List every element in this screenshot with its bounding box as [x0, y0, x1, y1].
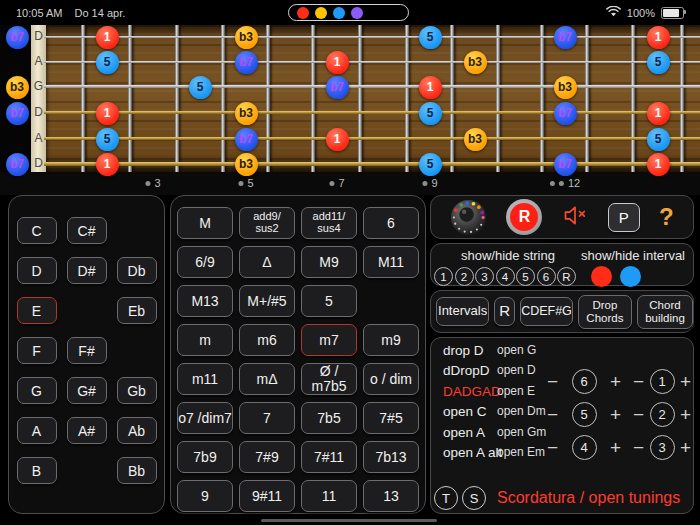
note-marker-b7[interactable]: b7: [554, 26, 577, 49]
chord-type-6/9[interactable]: 6/9: [177, 246, 233, 278]
note-marker-b7[interactable]: b7: [6, 102, 29, 125]
note-marker-5[interactable]: 5: [419, 153, 442, 176]
note-marker-b7[interactable]: b7: [6, 26, 29, 49]
note-marker-b7[interactable]: b7: [326, 76, 349, 99]
root-note-Eb[interactable]: Eb: [117, 297, 157, 324]
mode-button-R[interactable]: R: [494, 297, 515, 326]
palette-dot-3[interactable]: [333, 7, 345, 19]
chord-type-M[interactable]: M: [177, 207, 233, 239]
palette-dot-2[interactable]: [315, 7, 327, 19]
minus-button[interactable]: −: [547, 438, 558, 457]
palette-dot-4[interactable]: [351, 7, 363, 19]
minus-button[interactable]: −: [633, 372, 644, 391]
plus-button[interactable]: +: [680, 405, 691, 424]
chord-type-m11[interactable]: m11: [177, 363, 233, 395]
tuning-open-Em[interactable]: open Em: [497, 445, 545, 460]
note-marker-b3[interactable]: b3: [235, 26, 258, 49]
minus-button[interactable]: −: [633, 405, 644, 424]
tuning-DADGAD[interactable]: DADGAD: [443, 384, 501, 400]
note-marker-b3[interactable]: b3: [235, 102, 258, 125]
note-marker-b3[interactable]: b3: [554, 76, 577, 99]
minus-button[interactable]: −: [547, 405, 558, 424]
string-toggle-6[interactable]: 6: [537, 267, 556, 286]
string-toggle-3[interactable]: 3: [475, 267, 494, 286]
fretboard[interactable]: DAGDAD b71b35b715b71b35b35b71b3b71b35b71…: [0, 25, 700, 172]
chord-type-M9[interactable]: M9: [301, 246, 357, 278]
string-toggle-4[interactable]: 4: [496, 267, 515, 286]
string-toggle-R[interactable]: R: [557, 267, 576, 286]
note-marker-5[interactable]: 5: [419, 26, 442, 49]
plus-button[interactable]: +: [610, 405, 621, 424]
plus-button[interactable]: +: [610, 372, 621, 391]
chord-type-o7-/dim7[interactable]: o7 /dim7: [177, 402, 233, 434]
chord-type-5[interactable]: 5: [301, 285, 357, 317]
root-note-C[interactable]: C: [17, 217, 57, 244]
chord-type-m9[interactable]: m9: [363, 324, 419, 356]
minus-button[interactable]: −: [547, 372, 558, 391]
note-marker-5[interactable]: 5: [647, 128, 670, 151]
root-note-B[interactable]: B: [17, 457, 57, 484]
note-marker-b7[interactable]: b7: [235, 128, 258, 151]
note-marker-5[interactable]: 5: [189, 76, 212, 99]
chord-type-add11/-sus4[interactable]: add11/ sus4: [301, 207, 357, 239]
note-marker-b7[interactable]: b7: [554, 102, 577, 125]
note-marker-5[interactable]: 5: [419, 102, 442, 125]
note-marker-b3[interactable]: b3: [235, 153, 258, 176]
tuning-open-Gm[interactable]: open Gm: [497, 425, 546, 440]
tuning-open-Dm[interactable]: open Dm: [497, 404, 546, 419]
palette-dot-1[interactable]: [297, 7, 309, 19]
root-note-A[interactable]: A: [17, 417, 57, 444]
s-button[interactable]: S: [462, 486, 486, 510]
color-palette-bar[interactable]: [288, 4, 409, 21]
chord-type-7b5[interactable]: 7b5: [301, 402, 357, 434]
chord-type-m7[interactable]: m7: [301, 324, 357, 356]
chord-type-Δ[interactable]: Δ: [239, 246, 295, 278]
mode-button-CDEF#G[interactable]: CDEF#G: [520, 297, 573, 326]
plus-button[interactable]: +: [680, 438, 691, 457]
chord-type-11[interactable]: 11: [301, 480, 357, 512]
chord-type-7[interactable]: 7: [239, 402, 295, 434]
string-toggle-1[interactable]: 1: [434, 267, 453, 286]
chord-type-m6[interactable]: m6: [239, 324, 295, 356]
chord-type-7#5[interactable]: 7#5: [363, 402, 419, 434]
note-marker-b3[interactable]: b3: [464, 128, 487, 151]
note-marker-1[interactable]: 1: [647, 26, 670, 49]
root-note-C#[interactable]: C#: [67, 217, 107, 244]
note-marker-b3[interactable]: b3: [6, 76, 29, 99]
root-note-Gb[interactable]: Gb: [117, 377, 157, 404]
help-button[interactable]: ?: [659, 203, 674, 231]
chord-type-o-/-dim[interactable]: o / dim: [363, 363, 419, 395]
interval-dot-blue[interactable]: [620, 266, 641, 287]
chord-type-7b13[interactable]: 7b13: [363, 441, 419, 473]
note-marker-5[interactable]: 5: [647, 51, 670, 74]
color-knob-icon[interactable]: [450, 199, 487, 236]
tuning-open-A[interactable]: open A: [443, 425, 485, 441]
mode-button-Intervals[interactable]: Intervals: [436, 297, 489, 326]
chord-type-M13[interactable]: M13: [177, 285, 233, 317]
chord-type-13[interactable]: 13: [363, 480, 419, 512]
note-marker-b7[interactable]: b7: [6, 153, 29, 176]
note-marker-5[interactable]: 5: [96, 128, 119, 151]
chord-type-6[interactable]: 6: [363, 207, 419, 239]
chord-type-Ø-/-m7b5[interactable]: Ø / m7b5: [301, 363, 357, 395]
root-note-E[interactable]: E: [17, 297, 57, 324]
note-marker-1[interactable]: 1: [96, 102, 119, 125]
root-note-F#[interactable]: F#: [67, 337, 107, 364]
note-marker-b3[interactable]: b3: [464, 51, 487, 74]
note-marker-1[interactable]: 1: [419, 76, 442, 99]
root-note-A#[interactable]: A#: [67, 417, 107, 444]
tuning-drop-D[interactable]: drop D: [443, 343, 484, 359]
mode-button-Drop-Chords[interactable]: Drop Chords: [578, 295, 632, 329]
chord-type-7#11[interactable]: 7#11: [301, 441, 357, 473]
note-marker-b7[interactable]: b7: [554, 153, 577, 176]
mute-speaker-icon[interactable]: [562, 204, 589, 231]
tuning-dDropD[interactable]: dDropD: [443, 363, 490, 379]
chord-type-M11[interactable]: M11: [363, 246, 419, 278]
chord-type-add9/-sus2[interactable]: add9/ sus2: [239, 207, 295, 239]
note-marker-1[interactable]: 1: [647, 102, 670, 125]
chord-type-9#11[interactable]: 9#11: [239, 480, 295, 512]
note-marker-b7[interactable]: b7: [235, 51, 258, 74]
chord-type-M+/#5[interactable]: M+/#5: [239, 285, 295, 317]
minus-button[interactable]: −: [633, 438, 644, 457]
tuning-open-D[interactable]: open D: [497, 363, 536, 378]
